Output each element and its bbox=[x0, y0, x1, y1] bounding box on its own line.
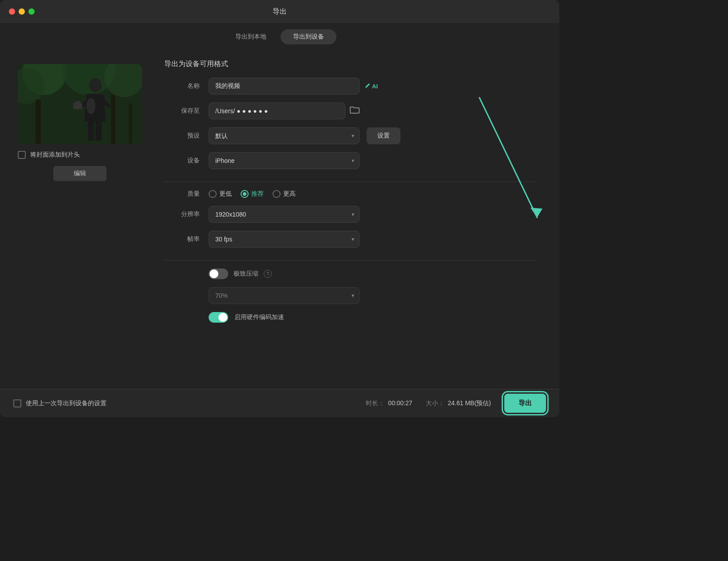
remember-settings-label: 使用上一次导出到设备的设置 bbox=[26, 399, 107, 407]
bottom-checkbox-row: 使用上一次导出到设备的设置 bbox=[13, 399, 357, 407]
quality-low-option[interactable]: 更低 bbox=[209, 190, 232, 198]
traffic-lights bbox=[9, 8, 35, 15]
device-row: 设备 iPhone iPad Android ▾ bbox=[164, 152, 537, 169]
name-input[interactable] bbox=[209, 78, 360, 95]
size-label: 大小： bbox=[426, 399, 444, 407]
maximize-button[interactable] bbox=[28, 8, 35, 15]
svg-rect-11 bbox=[88, 121, 94, 141]
cover-label: 将封面添加到片头 bbox=[30, 151, 80, 159]
close-button[interactable] bbox=[9, 8, 15, 15]
remember-settings-checkbox[interactable] bbox=[13, 399, 21, 407]
save-path-input[interactable] bbox=[209, 103, 345, 119]
hw-encode-toggle-knob bbox=[218, 313, 227, 322]
compress-toggle[interactable] bbox=[209, 269, 228, 279]
compress-toggle-row: 极致压缩 ? bbox=[164, 269, 537, 279]
save-path-wrapper bbox=[209, 103, 360, 119]
preset-label: 预设 bbox=[164, 132, 200, 140]
duration-value: 00:00:27 bbox=[388, 399, 412, 407]
svg-point-13 bbox=[87, 98, 95, 114]
tab-bar: 导出到本地 导出到设备 bbox=[0, 23, 559, 51]
quality-high-option[interactable]: 更高 bbox=[273, 190, 296, 198]
folder-icon[interactable] bbox=[350, 106, 360, 116]
duration-info: 时长： 00:00:27 bbox=[366, 399, 412, 407]
name-row: 名称 AI bbox=[164, 78, 537, 95]
export-button[interactable]: 导出 bbox=[504, 394, 546, 413]
compress-label: 极致压缩 bbox=[233, 270, 258, 278]
divider-1 bbox=[164, 182, 537, 182]
name-label: 名称 bbox=[164, 82, 200, 90]
tab-device[interactable]: 导出到设备 bbox=[281, 29, 336, 44]
section-title: 导出为设备可用格式 bbox=[164, 59, 537, 69]
device-label: 设备 bbox=[164, 157, 200, 165]
edit-button[interactable]: 编辑 bbox=[53, 166, 107, 181]
quality-radio-group: 更低 推荐 更高 bbox=[209, 190, 296, 198]
svg-rect-7 bbox=[129, 104, 132, 144]
export-window: 导出 导出到本地 导出到设备 bbox=[0, 0, 559, 417]
resolution-select[interactable]: 1920x1080 1280x720 3840x2160 bbox=[209, 206, 360, 223]
preset-select[interactable]: 默认 bbox=[209, 127, 360, 144]
bottom-info: 时长： 00:00:27 大小： 24.61 MB(预估) 导出 bbox=[366, 394, 546, 413]
compress-value-row: 70% 50% 80% 90% ▾ bbox=[164, 287, 537, 304]
left-panel: 将封面添加到片头 编辑 bbox=[13, 59, 146, 380]
titlebar: 导出 bbox=[0, 0, 559, 23]
ai-icon[interactable]: AI bbox=[364, 83, 378, 90]
cover-checkbox[interactable] bbox=[18, 151, 26, 159]
preset-select-wrapper: 默认 ▾ bbox=[209, 127, 360, 144]
svg-rect-6 bbox=[111, 95, 115, 144]
window-title: 导出 bbox=[273, 7, 287, 16]
save-label: 保存至 bbox=[164, 107, 200, 115]
fps-row: 帧率 30 fps 24 fps 60 fps ▾ bbox=[164, 231, 537, 248]
minimize-button[interactable] bbox=[19, 8, 25, 15]
compress-select-wrapper: 70% 50% 80% 90% ▾ bbox=[209, 287, 360, 304]
compress-select[interactable]: 70% 50% 80% 90% bbox=[209, 287, 360, 304]
quality-recommended-option[interactable]: 推荐 bbox=[241, 190, 264, 198]
divider-2 bbox=[164, 260, 537, 261]
quality-recommended-label: 推荐 bbox=[251, 190, 264, 198]
svg-rect-10 bbox=[75, 101, 80, 104]
help-question-mark: ? bbox=[266, 271, 269, 277]
quality-high-radio[interactable] bbox=[273, 190, 281, 198]
resolution-select-wrapper: 1920x1080 1280x720 3840x2160 ▾ bbox=[209, 206, 360, 223]
quality-low-label: 更低 bbox=[219, 190, 232, 198]
svg-rect-12 bbox=[95, 121, 102, 141]
hw-encode-row: 启用硬件编码加速 bbox=[164, 312, 537, 323]
size-value: 24.61 MB(预估) bbox=[448, 399, 491, 407]
device-select[interactable]: iPhone iPad Android bbox=[209, 152, 360, 169]
main-content: 将封面添加到片头 编辑 导出为设备可用格式 名称 AI bbox=[0, 51, 559, 389]
svg-rect-5 bbox=[36, 99, 41, 144]
quality-label: 质量 bbox=[164, 190, 200, 198]
compress-toggle-knob bbox=[210, 269, 218, 278]
resolution-label: 分辨率 bbox=[164, 210, 200, 218]
cover-checkbox-row: 将封面添加到片头 bbox=[18, 151, 142, 159]
fps-select[interactable]: 30 fps 24 fps 60 fps bbox=[209, 231, 360, 248]
ai-label: AI bbox=[372, 83, 378, 90]
duration-label: 时长： bbox=[366, 399, 384, 407]
preset-row: 预设 默认 ▾ 设置 bbox=[164, 127, 537, 144]
quality-row: 质量 更低 推荐 更高 bbox=[164, 190, 537, 198]
save-path-row: 保存至 bbox=[164, 103, 537, 119]
quality-recommended-radio[interactable] bbox=[241, 190, 249, 198]
svg-rect-9 bbox=[73, 103, 82, 109]
hw-encode-label: 启用硬件编码加速 bbox=[234, 313, 284, 321]
video-thumbnail bbox=[18, 64, 142, 144]
resolution-row: 分辨率 1920x1080 1280x720 3840x2160 ▾ bbox=[164, 206, 537, 223]
bottom-bar: 使用上一次导出到设备的设置 时长： 00:00:27 大小： 24.61 MB(… bbox=[0, 389, 559, 417]
right-panel[interactable]: 导出为设备可用格式 名称 AI 保存至 bbox=[164, 59, 542, 380]
settings-button[interactable]: 设置 bbox=[367, 127, 400, 144]
svg-point-8 bbox=[89, 78, 102, 92]
hw-encode-toggle[interactable] bbox=[209, 312, 228, 323]
fps-select-wrapper: 30 fps 24 fps 60 fps ▾ bbox=[209, 231, 360, 248]
thumbnail-image bbox=[18, 64, 142, 144]
quality-high-label: 更高 bbox=[283, 190, 296, 198]
tab-local[interactable]: 导出到本地 bbox=[223, 29, 279, 44]
device-select-wrapper: iPhone iPad Android ▾ bbox=[209, 152, 360, 169]
size-info: 大小： 24.61 MB(预估) bbox=[426, 399, 491, 407]
quality-low-radio[interactable] bbox=[209, 190, 217, 198]
fps-label: 帧率 bbox=[164, 235, 200, 243]
compress-help-icon[interactable]: ? bbox=[264, 270, 272, 278]
thumbnail-svg bbox=[18, 64, 142, 144]
